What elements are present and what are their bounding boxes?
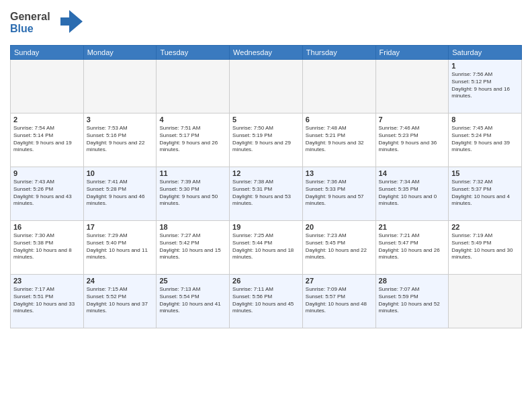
day-number: 15 bbox=[451, 169, 519, 177]
table-row: 22Sunrise: 7:19 AM Sunset: 5:49 PM Dayli… bbox=[449, 221, 522, 275]
day-number: 23 bbox=[13, 277, 81, 285]
table-row bbox=[449, 275, 522, 328]
day-info: Sunrise: 7:21 AM Sunset: 5:47 PM Dayligh… bbox=[379, 232, 446, 261]
day-number: 12 bbox=[232, 169, 300, 177]
table-row: 15Sunrise: 7:32 AM Sunset: 5:37 PM Dayli… bbox=[449, 167, 522, 221]
day-number: 2 bbox=[13, 116, 81, 124]
logo-image: General Blue bbox=[10, 7, 84, 40]
day-info: Sunrise: 7:45 AM Sunset: 5:24 PM Dayligh… bbox=[451, 125, 519, 154]
day-number: 27 bbox=[306, 277, 373, 285]
table-row bbox=[11, 60, 84, 113]
day-info: Sunrise: 7:17 AM Sunset: 5:51 PM Dayligh… bbox=[13, 286, 81, 315]
table-row: 10Sunrise: 7:41 AM Sunset: 5:28 PM Dayli… bbox=[83, 167, 157, 221]
svg-text:General: General bbox=[10, 11, 50, 22]
header: General Blue bbox=[10, 7, 522, 40]
table-row: 25Sunrise: 7:13 AM Sunset: 5:54 PM Dayli… bbox=[157, 275, 230, 328]
table-row bbox=[302, 60, 375, 113]
table-row: 7Sunrise: 7:46 AM Sunset: 5:23 PM Daylig… bbox=[375, 113, 449, 167]
table-row: 6Sunrise: 7:48 AM Sunset: 5:21 PM Daylig… bbox=[302, 113, 375, 167]
day-info: Sunrise: 7:09 AM Sunset: 5:57 PM Dayligh… bbox=[306, 286, 373, 315]
col-sunday: Sunday bbox=[11, 46, 84, 60]
day-number: 24 bbox=[87, 277, 154, 285]
calendar-week-row: 23Sunrise: 7:17 AM Sunset: 5:51 PM Dayli… bbox=[11, 275, 522, 328]
table-row: 9Sunrise: 7:43 AM Sunset: 5:26 PM Daylig… bbox=[11, 167, 84, 221]
table-row: 2Sunrise: 7:54 AM Sunset: 5:14 PM Daylig… bbox=[11, 113, 84, 167]
table-row: 24Sunrise: 7:15 AM Sunset: 5:52 PM Dayli… bbox=[83, 275, 157, 328]
table-row: 27Sunrise: 7:09 AM Sunset: 5:57 PM Dayli… bbox=[302, 275, 375, 328]
day-info: Sunrise: 7:29 AM Sunset: 5:40 PM Dayligh… bbox=[87, 232, 154, 261]
svg-text:Blue: Blue bbox=[10, 23, 34, 34]
calendar-week-row: 1Sunrise: 7:56 AM Sunset: 5:12 PM Daylig… bbox=[11, 60, 522, 113]
table-row: 8Sunrise: 7:45 AM Sunset: 5:24 PM Daylig… bbox=[449, 113, 522, 167]
day-info: Sunrise: 7:48 AM Sunset: 5:21 PM Dayligh… bbox=[306, 125, 373, 154]
col-monday: Monday bbox=[83, 46, 157, 60]
day-number: 3 bbox=[87, 116, 154, 124]
table-row: 18Sunrise: 7:27 AM Sunset: 5:42 PM Dayli… bbox=[157, 221, 230, 275]
calendar-table: Sunday Monday Tuesday Wednesday Thursday… bbox=[10, 45, 522, 328]
table-row bbox=[83, 60, 157, 113]
day-number: 17 bbox=[87, 223, 154, 231]
calendar-header-row: Sunday Monday Tuesday Wednesday Thursday… bbox=[11, 46, 522, 60]
day-number: 21 bbox=[379, 223, 446, 231]
day-info: Sunrise: 7:46 AM Sunset: 5:23 PM Dayligh… bbox=[379, 125, 446, 154]
day-info: Sunrise: 7:23 AM Sunset: 5:45 PM Dayligh… bbox=[306, 232, 373, 261]
svg-marker-2 bbox=[60, 10, 83, 33]
day-number: 28 bbox=[379, 277, 446, 285]
col-wednesday: Wednesday bbox=[230, 46, 303, 60]
table-row: 5Sunrise: 7:50 AM Sunset: 5:19 PM Daylig… bbox=[230, 113, 303, 167]
day-number: 20 bbox=[306, 223, 373, 231]
day-number: 9 bbox=[13, 169, 81, 177]
day-number: 16 bbox=[13, 223, 81, 231]
day-info: Sunrise: 7:41 AM Sunset: 5:28 PM Dayligh… bbox=[87, 179, 154, 208]
table-row: 20Sunrise: 7:23 AM Sunset: 5:45 PM Dayli… bbox=[302, 221, 375, 275]
day-number: 26 bbox=[232, 277, 300, 285]
day-info: Sunrise: 7:19 AM Sunset: 5:49 PM Dayligh… bbox=[451, 232, 519, 261]
day-info: Sunrise: 7:34 AM Sunset: 5:35 PM Dayligh… bbox=[379, 179, 446, 208]
day-info: Sunrise: 7:32 AM Sunset: 5:37 PM Dayligh… bbox=[451, 179, 519, 208]
table-row: 19Sunrise: 7:25 AM Sunset: 5:44 PM Dayli… bbox=[230, 221, 303, 275]
day-number: 22 bbox=[451, 223, 519, 231]
table-row: 13Sunrise: 7:36 AM Sunset: 5:33 PM Dayli… bbox=[302, 167, 375, 221]
table-row: 3Sunrise: 7:53 AM Sunset: 5:16 PM Daylig… bbox=[83, 113, 157, 167]
day-number: 25 bbox=[159, 277, 226, 285]
day-info: Sunrise: 7:30 AM Sunset: 5:38 PM Dayligh… bbox=[13, 232, 81, 261]
table-row: 4Sunrise: 7:51 AM Sunset: 5:17 PM Daylig… bbox=[157, 113, 230, 167]
day-info: Sunrise: 7:11 AM Sunset: 5:56 PM Dayligh… bbox=[232, 286, 300, 315]
day-number: 8 bbox=[451, 116, 519, 124]
day-number: 14 bbox=[379, 169, 446, 177]
table-row: 14Sunrise: 7:34 AM Sunset: 5:35 PM Dayli… bbox=[375, 167, 449, 221]
day-info: Sunrise: 7:50 AM Sunset: 5:19 PM Dayligh… bbox=[232, 125, 300, 154]
table-row: 23Sunrise: 7:17 AM Sunset: 5:51 PM Dayli… bbox=[11, 275, 84, 328]
logo: General Blue bbox=[10, 7, 84, 40]
calendar-week-row: 16Sunrise: 7:30 AM Sunset: 5:38 PM Dayli… bbox=[11, 221, 522, 275]
col-saturday: Saturday bbox=[449, 46, 522, 60]
table-row: 26Sunrise: 7:11 AM Sunset: 5:56 PM Dayli… bbox=[230, 275, 303, 328]
day-number: 5 bbox=[232, 116, 300, 124]
day-info: Sunrise: 7:27 AM Sunset: 5:42 PM Dayligh… bbox=[159, 232, 226, 261]
day-info: Sunrise: 7:38 AM Sunset: 5:31 PM Dayligh… bbox=[232, 179, 300, 208]
day-number: 19 bbox=[232, 223, 300, 231]
day-number: 10 bbox=[87, 169, 154, 177]
table-row: 17Sunrise: 7:29 AM Sunset: 5:40 PM Dayli… bbox=[83, 221, 157, 275]
col-tuesday: Tuesday bbox=[157, 46, 230, 60]
table-row bbox=[375, 60, 449, 113]
day-number: 13 bbox=[306, 169, 373, 177]
col-friday: Friday bbox=[375, 46, 449, 60]
col-thursday: Thursday bbox=[302, 46, 375, 60]
page-container: General Blue Sunday Monday Tuesday Wedne… bbox=[0, 0, 532, 411]
day-number: 11 bbox=[159, 169, 226, 177]
day-info: Sunrise: 7:25 AM Sunset: 5:44 PM Dayligh… bbox=[232, 232, 300, 261]
table-row: 11Sunrise: 7:39 AM Sunset: 5:30 PM Dayli… bbox=[157, 167, 230, 221]
table-row: 1Sunrise: 7:56 AM Sunset: 5:12 PM Daylig… bbox=[449, 60, 522, 113]
day-info: Sunrise: 7:53 AM Sunset: 5:16 PM Dayligh… bbox=[87, 125, 154, 154]
day-number: 18 bbox=[159, 223, 226, 231]
day-info: Sunrise: 7:36 AM Sunset: 5:33 PM Dayligh… bbox=[306, 179, 373, 208]
calendar-week-row: 2Sunrise: 7:54 AM Sunset: 5:14 PM Daylig… bbox=[11, 113, 522, 167]
table-row: 21Sunrise: 7:21 AM Sunset: 5:47 PM Dayli… bbox=[375, 221, 449, 275]
day-info: Sunrise: 7:43 AM Sunset: 5:26 PM Dayligh… bbox=[13, 179, 81, 208]
day-info: Sunrise: 7:15 AM Sunset: 5:52 PM Dayligh… bbox=[87, 286, 154, 315]
calendar-week-row: 9Sunrise: 7:43 AM Sunset: 5:26 PM Daylig… bbox=[11, 167, 522, 221]
day-number: 1 bbox=[451, 62, 519, 70]
day-info: Sunrise: 7:56 AM Sunset: 5:12 PM Dayligh… bbox=[451, 71, 519, 100]
day-info: Sunrise: 7:51 AM Sunset: 5:17 PM Dayligh… bbox=[159, 125, 226, 154]
